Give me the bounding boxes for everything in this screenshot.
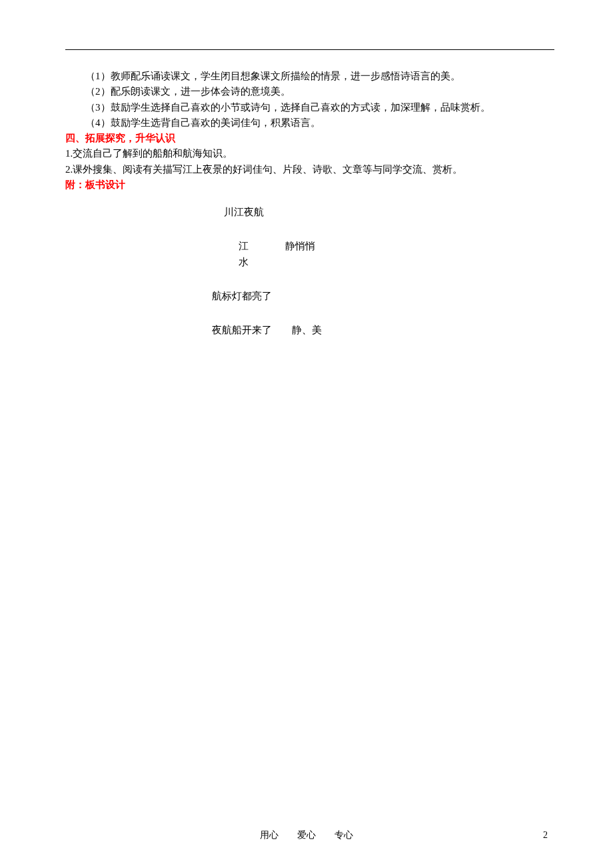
diagram-cell: 江水 [65,239,239,270]
page-number: 2 [543,828,548,843]
list-item: （4）鼓励学生选背自己喜欢的美词佳句，积累语言。 [65,115,554,131]
list-item: （3）鼓励学生选择自己喜欢的小节或诗句，选择自己喜欢的方式读，加深理解，品味赏析… [65,100,554,115]
list-item: （1）教师配乐诵读课文，学生闭目想象课文所描绘的情景，进一步感悟诗语言的美。 [65,69,554,84]
diagram-cell: 夜航船开来了 [65,323,292,338]
diagram-cell: 静悄悄 [239,239,315,270]
diagram-cell: 静、美 [292,323,322,338]
footer-word: 爱心 [297,830,316,840]
diagram-cell: 航标灯都亮了 [65,289,272,304]
top-rule [65,49,554,50]
paragraph: 1.交流自己了解到的船舶和航海知识。 [65,146,554,161]
diagram-title: 川江夜航 [224,205,264,220]
list-item: （2）配乐朗读课文，进一步体会诗的意境美。 [65,84,554,99]
document-page: （1）教师配乐诵读课文，学生闭目想象课文所描绘的情景，进一步感悟诗语言的美。 （… [0,0,613,868]
footer-word: 专心 [334,830,353,840]
paragraph: 2.课外搜集、阅读有关描写江上夜景的好词佳句、片段、诗歌、文章等与同学交流、赏析… [65,162,554,177]
page-footer: 用心爱心专心 [0,828,613,843]
appendix-heading: 附：板书设计 [65,177,554,193]
board-design-diagram: 川江夜航 江水 静悄悄 航标灯都亮了 夜航船开来了 静、美 [65,205,554,338]
section-heading-4: 四、拓展探究，升华认识 [65,131,554,146]
footer-word: 用心 [260,830,279,840]
